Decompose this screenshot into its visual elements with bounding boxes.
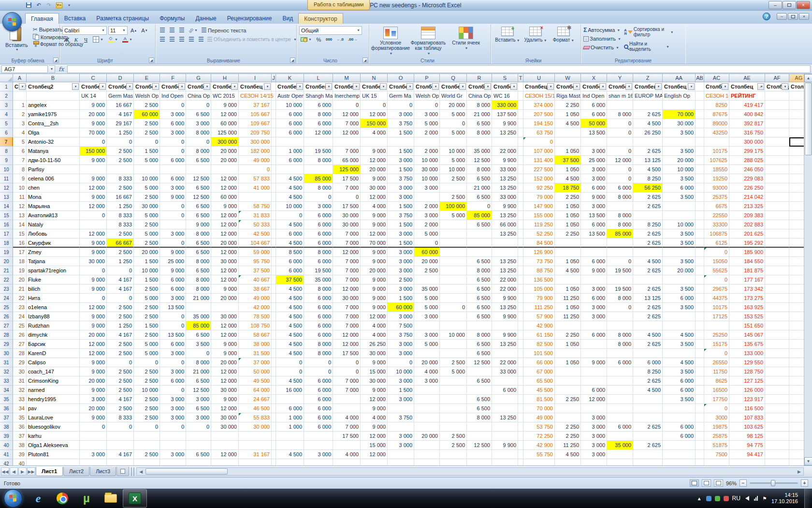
cell-T20[interactable] [518,257,523,266]
cell-A8[interactable]: 6 [13,147,27,156]
row-header-5[interactable]: 5 [0,119,13,128]
cell-S13[interactable]: 33 000 [492,193,518,202]
cell-M25[interactable]: 7 000 [333,303,361,312]
cell-N13[interactable]: 12 000 [361,193,388,202]
cell-L11[interactable]: 85 000 [304,174,333,183]
cell-AC29[interactable]: 15175 [704,340,729,349]
cell-AA8[interactable]: 3 500 [663,147,696,156]
cell-I39[interactable] [239,432,272,441]
cell-P15[interactable]: 3 000 [414,211,440,220]
cell-L13[interactable]: 0 [304,193,333,202]
cell-AE3[interactable]: 419 417 [729,101,765,110]
cell-Q10[interactable]: 10 000 [440,165,467,174]
cell-O37[interactable]: 3 750 [388,413,414,422]
sort-filter-button[interactable]: АЯ Сортировка и фильтр▼ [624,26,674,38]
cell-C14[interactable]: 12 000 [80,202,107,211]
cell-W36[interactable] [555,404,581,413]
cell-AA22[interactable] [663,275,696,284]
cell-AG31[interactable] [789,358,804,367]
cell-U19[interactable]: 126 900 [523,248,555,257]
cell-Q38[interactable] [440,422,467,432]
cell-H27[interactable]: 12 000 [211,321,239,330]
cell-AB9[interactable] [696,156,704,165]
cell-AB5[interactable] [696,119,704,128]
cell-AB27[interactable] [696,321,704,330]
cell-O11[interactable]: 3 750 [388,174,414,183]
cell-AB15[interactable] [696,211,704,220]
cell-L19[interactable]: 8 000 [304,248,333,257]
cell-Q33[interactable] [440,376,467,386]
filter-cell-A[interactable]: Столбец1▾ [13,82,27,91]
cell-U3[interactable]: 374 000 [523,101,555,110]
cell-AB32[interactable] [696,367,704,376]
cell-I14[interactable]: 58 750 [239,202,272,211]
cell-L33[interactable]: 6 000 [304,376,333,386]
cell-J32[interactable] [272,367,276,376]
cell-F32[interactable]: 3 000 [160,367,186,376]
custom-qat-button[interactable]: Y= [55,1,63,9]
cell-AG33[interactable] [789,376,804,386]
cell-AC32[interactable]: 11750 [704,367,729,376]
cell-Q26[interactable] [440,312,467,321]
cell-M41[interactable]: 4 000 [333,450,361,459]
cell-H7[interactable]: 300 000 [211,137,239,147]
cell-F28[interactable]: 13 500 [160,330,186,340]
cell-Y30[interactable] [607,349,633,358]
cell-H31[interactable]: 20 000 [211,358,239,367]
cell-AG35[interactable] [789,395,804,404]
cell-I15[interactable]: 31 833 [239,211,272,220]
cell-I8[interactable]: 182 000 [239,147,272,156]
tab-view[interactable]: Вид [277,13,298,24]
cell-F21[interactable]: 9 000 [160,266,186,275]
cell-S28[interactable]: 9 900 [492,330,518,340]
cell-S16[interactable]: 66 000 [492,220,518,229]
cell-T30[interactable] [518,349,523,358]
cell-W16[interactable]: 1 050 [555,220,581,229]
row-header-39[interactable]: 39 [0,432,13,441]
cell-G35[interactable]: 3 000 [186,395,211,404]
cell-W7[interactable] [555,137,581,147]
cell-O18[interactable]: 1 500 [388,239,414,248]
cell-M35[interactable] [333,395,361,404]
cell-D28[interactable]: 4 167 [107,330,134,340]
cell-B8[interactable]: Matanya [27,147,80,156]
save-button[interactable] [24,1,33,9]
cell-A32[interactable]: 30 [13,367,27,376]
cell-Z13[interactable]: 2 625 [633,193,663,202]
cell-K19[interactable]: 8 500 [276,248,304,257]
comma-style-button[interactable]: 000 [324,35,334,44]
cell-AE36[interactable]: 116 500 [729,404,765,413]
cell-I17[interactable]: 42 500 [239,229,272,239]
cell-T10[interactable] [518,165,523,174]
cell-T26[interactable] [518,312,523,321]
cell-N3[interactable]: 0 [361,101,388,110]
cell-F38[interactable]: 0 [160,422,186,432]
cell-AG32[interactable] [789,367,804,376]
cell-B26[interactable]: Izbany88 [27,312,80,321]
cell-N38[interactable]: 9 000 [361,422,388,432]
cell-C18[interactable]: 9 000 [80,239,107,248]
cell-L29[interactable]: 8 000 [304,340,333,349]
cell-X37[interactable]: 3 000 [581,413,607,422]
cell-AC25[interactable]: 10175 [704,303,729,312]
cell-I32[interactable]: 50 000 [239,367,272,376]
cell-T34[interactable] [518,386,523,395]
cell-P6[interactable]: 2 000 [414,128,440,137]
cell-AF24[interactable] [765,294,789,303]
header-cell-O[interactable]: Germ Ma [388,91,414,101]
cell-S31[interactable]: 22 000 [492,358,518,367]
cell-J33[interactable] [272,376,276,386]
cell-H18[interactable]: 20 000 [211,239,239,248]
row-header-42[interactable]: 42 [0,459,13,465]
bold-button[interactable]: Ж [62,35,71,44]
cell-AF21[interactable] [765,266,789,275]
cell-Z11[interactable]: 8 250 [633,174,663,183]
align-center-button[interactable] [168,35,176,44]
filter-button-AF[interactable]: ▾ [782,83,788,90]
cell-U9[interactable]: 131 400 [523,156,555,165]
cell-X26[interactable]: 3 000 [581,312,607,321]
cell-U40[interactable]: 42 900 [523,441,555,450]
cell-X12[interactable]: 6 000 [581,183,607,193]
cell-G31[interactable]: 8 000 [186,358,211,367]
header-cell-Z[interactable]: EUROP MAS [633,91,663,101]
